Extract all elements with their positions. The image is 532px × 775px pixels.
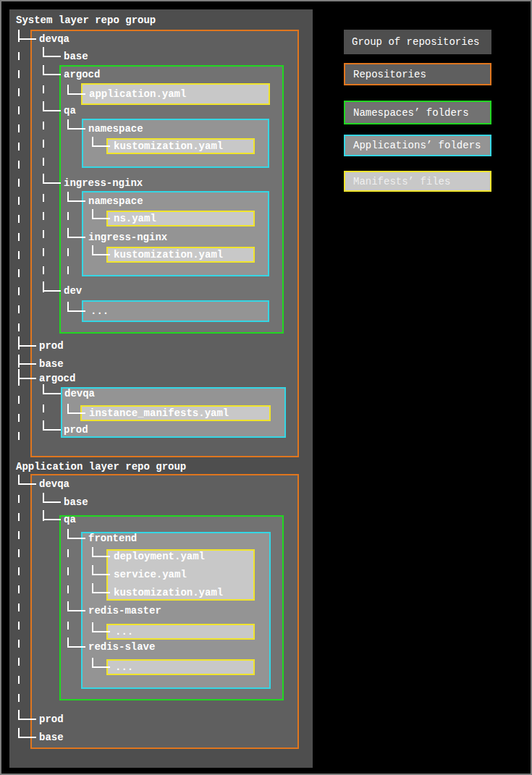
tree-node-label: ... [90,305,109,317]
tree-node-label: argocd [39,373,75,384]
legend-item-applications-folders: Applications’ folders [344,135,491,156]
tree-connector [18,30,36,40]
tree-node-label: redis-slave [88,641,155,653]
tree-connector [18,336,36,347]
tree-connector [18,475,36,485]
tree-connector [18,728,36,738]
tree-node-label: devqa [39,33,69,45]
tree-node-label: redis-master [88,605,161,617]
tree-node-label: base [39,732,64,743]
tree-node-label: devqa [39,478,69,490]
tree-connector [67,529,85,539]
tree-node-label: prod [39,713,64,725]
tree-connector [43,281,61,292]
diagram-canvas: System layer repo group devqa base argoc… [0,0,532,775]
legend-item-namespaces-folders: Namespaces’ folders [344,101,491,124]
tree-connector [92,209,110,219]
tree-node-label: ... [115,661,133,673]
legend-label: Group of repositories [352,36,479,48]
tree-connector [67,228,85,238]
tree-node-label: frontend [88,533,137,544]
tree-connector [43,47,61,57]
tree-connector [67,119,85,130]
tree-connector [18,710,36,720]
tree-connector [92,547,110,557]
legend-label: Namespaces’ folders [353,107,469,119]
tree-connector [43,493,61,503]
tree-connector [43,384,61,394]
tree-connector [43,420,61,431]
tree-node-label: kustomization.yaml [114,587,223,598]
tree-node-label: application.yaml [89,88,186,100]
tree-node-label: deployment.yaml [114,551,205,562]
tree-node-label: base [64,51,88,62]
tree-connector [67,638,85,648]
tree-node-label: instance_manifests.yaml [89,407,229,419]
tree-node-label: ingress-nginx [64,177,143,189]
tree-node-label: qa [64,514,76,525]
tree-node-label: prod [64,424,88,436]
application-box-dev-dots [82,300,269,322]
legend-item-manifests-files: Manifests’ files [344,171,491,192]
tree-connector [92,622,110,632]
legend-item-group-of-repositories: Group of repositories [344,30,491,54]
tree-node-label: ns.yaml [114,213,156,224]
tree-node-label: qa [64,105,76,117]
tree-node-label: namespace [88,123,143,135]
tree-node-label: namespace [88,195,143,207]
tree-connector [67,85,85,95]
application-group-title: Application layer repo group [16,461,186,473]
tree-node-label: prod [39,340,64,352]
tree-node-label: ... [115,626,133,638]
tree-connector [67,302,85,312]
tree-connector [67,601,85,611]
tree-connector [43,174,61,184]
system-group-title: System layer repo group [16,14,156,26]
tree-node-label: ingress-nginx [88,232,167,243]
tree-node-label: kustomization.yaml [114,249,223,261]
tree-dashed-line [43,49,44,292]
tree-connector [43,510,61,520]
tree-node-label: base [64,496,88,508]
tree-node-label: dev [64,285,82,297]
tree-connector [92,583,110,593]
tree-connector [43,101,61,111]
tree-node-label: service.yaml [114,569,187,580]
tree-connector [92,245,110,255]
tree-connector [92,137,110,147]
tree-connector [18,369,36,379]
tree-connector [43,65,61,75]
legend-label: Applications’ folders [353,140,481,151]
tree-dashed-line [18,34,20,446]
legend-item-repositories: Repositories [344,63,491,85]
tree-dashed-line [18,477,20,739]
tree-dashed-line [67,531,69,648]
tree-connector [92,658,110,668]
tree-connector [18,355,36,365]
legend-label: Repositories [353,69,426,80]
tree-connector [67,404,85,414]
tree-node-label: devqa [64,388,95,399]
tree-node-label: argocd [64,69,100,80]
tree-node-label: kustomization.yaml [114,140,223,152]
tree-node-label: base [39,358,64,370]
tree-connector [67,192,85,202]
legend-label: Manifests’ files [353,176,450,187]
tree-connector [92,565,110,575]
